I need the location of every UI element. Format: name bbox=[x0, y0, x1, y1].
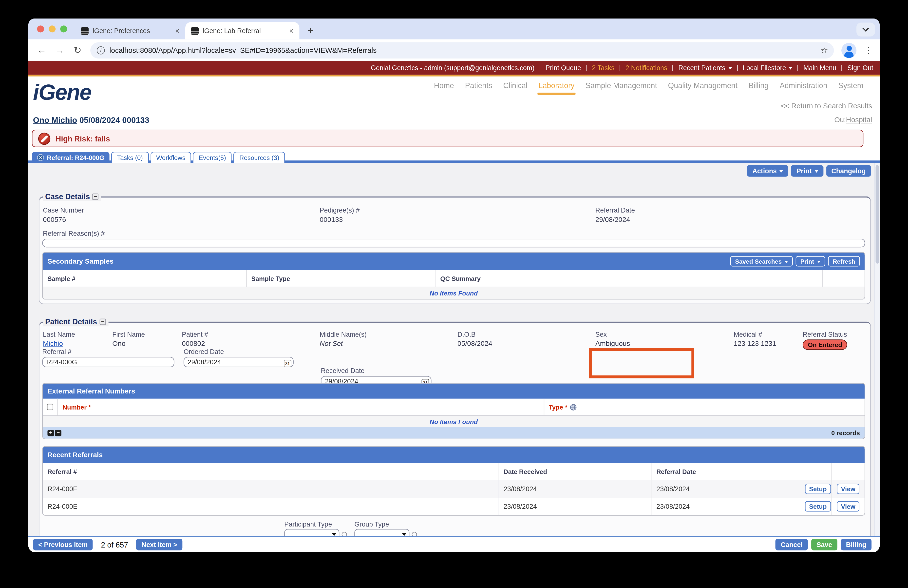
tab-referral[interactable]: × Referral: R24-000G bbox=[32, 152, 109, 163]
previous-item-button[interactable]: < Previous Item bbox=[33, 539, 93, 551]
field-last-name: Last Name Michio bbox=[43, 331, 113, 350]
close-tab-icon[interactable]: × bbox=[37, 154, 44, 161]
patient-name-link[interactable]: Ono Michio bbox=[33, 115, 77, 125]
remove-row-button[interactable]: − bbox=[55, 430, 61, 436]
print-queue-link[interactable]: Print Queue bbox=[546, 64, 581, 71]
browser-menu-icon[interactable]: ⋮ bbox=[864, 45, 873, 55]
save-button[interactable]: Save bbox=[811, 539, 837, 551]
divider bbox=[620, 64, 620, 71]
patient-fields-row: Last Name Michio First Name Ono Patient … bbox=[43, 331, 865, 350]
referral-date-value: 29/08/2024 bbox=[596, 216, 865, 224]
tab-events[interactable]: Events(5) bbox=[193, 152, 232, 163]
tab-resources[interactable]: Resources (3) bbox=[233, 152, 285, 163]
recent-patients-label: Recent Patients bbox=[678, 64, 725, 71]
refresh-button[interactable]: Refresh bbox=[828, 256, 860, 266]
collapse-icon[interactable]: − bbox=[92, 193, 99, 200]
tab-resources-label: Resources (3) bbox=[239, 154, 279, 161]
tab-search-button[interactable] bbox=[856, 23, 875, 37]
setup-button[interactable]: Setup bbox=[805, 501, 831, 511]
received-date-label: Received Date bbox=[321, 367, 431, 374]
caret-down-icon bbox=[785, 261, 788, 264]
cancel-button[interactable]: Cancel bbox=[776, 539, 808, 551]
back-button[interactable]: ← bbox=[37, 45, 47, 55]
col-referral[interactable]: Referral # bbox=[43, 463, 499, 480]
close-tab-icon[interactable]: × bbox=[175, 26, 180, 35]
caret-down-icon bbox=[728, 67, 732, 71]
col-type[interactable]: Type * bbox=[544, 399, 865, 416]
referral-date-label: Referral Date bbox=[596, 207, 865, 214]
forward-button[interactable]: → bbox=[55, 45, 65, 55]
col-sample-number[interactable]: Sample # bbox=[43, 270, 247, 287]
collapse-icon[interactable]: − bbox=[100, 319, 106, 325]
site-info-icon[interactable]: i bbox=[97, 46, 105, 54]
tab-workflows[interactable]: Workflows bbox=[150, 152, 191, 163]
tasks-link[interactable]: 2 Tasks bbox=[592, 64, 614, 71]
saved-searches-button[interactable]: Saved Searches bbox=[730, 256, 792, 266]
nav-sample-management[interactable]: Sample Management bbox=[586, 81, 657, 90]
col-referral-date[interactable]: Referral Date bbox=[652, 463, 804, 480]
nav-home[interactable]: Home bbox=[434, 81, 454, 90]
tab-tasks[interactable]: Tasks (0) bbox=[111, 152, 149, 163]
sign-out-link[interactable]: Sign Out bbox=[847, 64, 873, 71]
dob-value: 05/08/2024 bbox=[457, 340, 596, 348]
referral-no-input[interactable] bbox=[42, 357, 174, 367]
field-first-name: First Name Ono bbox=[112, 331, 182, 350]
col-date-received[interactable]: Date Received bbox=[499, 463, 652, 480]
browser-profile-avatar[interactable] bbox=[841, 43, 856, 58]
nav-quality-management[interactable]: Quality Management bbox=[668, 81, 738, 90]
first-name-label: First Name bbox=[112, 331, 182, 338]
maximize-window-button[interactable] bbox=[60, 26, 67, 32]
col-number[interactable]: Number * bbox=[58, 399, 544, 416]
return-to-search-link[interactable]: << Return to Search Results bbox=[781, 102, 872, 110]
grid-print-label: Print bbox=[800, 258, 814, 265]
last-name-link[interactable]: Michio bbox=[43, 340, 113, 348]
recent-referrals-panel: Recent Referrals Referral # Date Receive… bbox=[42, 446, 865, 516]
main-menu-link[interactable]: Main Menu bbox=[803, 64, 836, 71]
url-text[interactable]: localhost:8080/App/App.html?locale=sv_SE… bbox=[109, 46, 816, 54]
view-button[interactable]: View bbox=[837, 501, 860, 511]
next-item-button[interactable]: Next Item > bbox=[136, 539, 182, 551]
nav-administration[interactable]: Administration bbox=[780, 81, 828, 90]
globe-icon[interactable] bbox=[570, 404, 576, 411]
new-tab-button[interactable]: + bbox=[303, 23, 318, 38]
print-button[interactable]: Print bbox=[791, 165, 823, 177]
local-filestore-menu[interactable]: Local Filestore bbox=[743, 64, 792, 71]
bookmark-star-icon[interactable]: ☆ bbox=[820, 45, 828, 55]
close-window-button[interactable] bbox=[37, 26, 44, 32]
view-button[interactable]: View bbox=[837, 484, 860, 494]
nav-laboratory[interactable]: Laboratory bbox=[538, 81, 575, 90]
calendar-icon[interactable]: 31 bbox=[284, 359, 291, 367]
nav-clinical[interactable]: Clinical bbox=[503, 81, 527, 90]
tab-title: iGene: Preferences bbox=[93, 27, 171, 34]
add-row-button[interactable]: + bbox=[47, 430, 54, 436]
grid-print-button[interactable]: Print bbox=[796, 256, 825, 266]
notifications-link[interactable]: 2 Notifications bbox=[625, 64, 667, 71]
divider bbox=[539, 64, 540, 71]
actions-button[interactable]: Actions bbox=[747, 165, 788, 177]
minimize-window-button[interactable] bbox=[48, 26, 56, 32]
browser-tab-preferences[interactable]: iGene: Preferences × bbox=[75, 22, 185, 39]
tab-events-label: Events(5) bbox=[199, 154, 226, 161]
nav-patients[interactable]: Patients bbox=[465, 81, 492, 90]
address-bar[interactable]: i localhost:8080/App/App.html?locale=sv_… bbox=[90, 42, 834, 58]
nav-system[interactable]: System bbox=[839, 81, 864, 90]
ou-hospital-link[interactable]: Hospital bbox=[846, 116, 872, 124]
setup-button[interactable]: Setup bbox=[805, 484, 831, 494]
caret-down-icon bbox=[817, 261, 820, 264]
recent-patients-menu[interactable]: Recent Patients bbox=[678, 64, 732, 71]
record-footer-bar: < Previous Item 2 of 657 Next Item > Can… bbox=[28, 536, 880, 552]
col-sample-type[interactable]: Sample Type bbox=[247, 270, 436, 287]
ordered-date-input[interactable] bbox=[184, 357, 294, 367]
referral-reason-input[interactable] bbox=[42, 239, 865, 247]
scrollbar-thumb[interactable] bbox=[875, 165, 879, 264]
checkbox[interactable] bbox=[47, 404, 53, 410]
saved-searches-label: Saved Searches bbox=[735, 258, 782, 265]
page-scrollbar[interactable] bbox=[874, 163, 880, 552]
billing-button[interactable]: Billing bbox=[840, 539, 871, 551]
changelog-button[interactable]: Changelog bbox=[826, 165, 871, 177]
reload-button[interactable]: ↻ bbox=[72, 45, 83, 56]
col-qc-summary[interactable]: QC Summary bbox=[436, 270, 823, 287]
close-tab-icon[interactable]: × bbox=[289, 26, 294, 35]
browser-tab-lab-referral[interactable]: iGene: Lab Referral × bbox=[185, 22, 299, 39]
nav-billing[interactable]: Billing bbox=[749, 81, 769, 90]
